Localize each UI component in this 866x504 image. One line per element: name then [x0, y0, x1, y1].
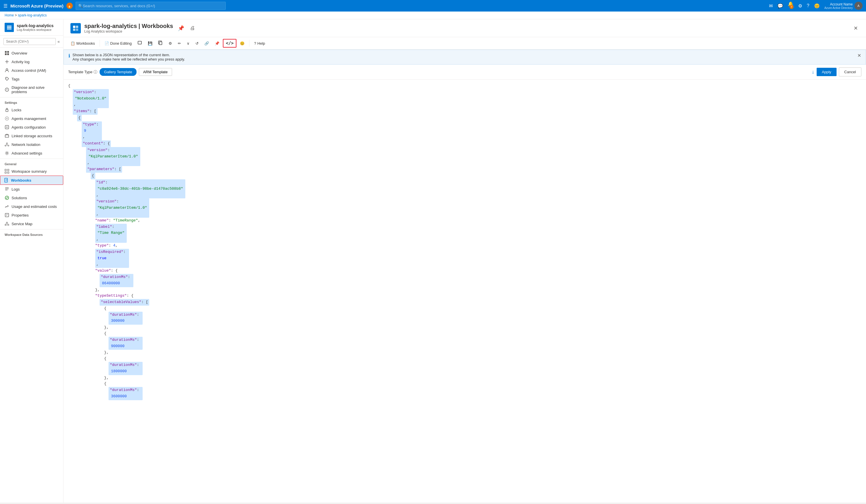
sidebar-item-linked-storage[interactable]: Linked storage accounts — [0, 131, 63, 140]
feedback-icon[interactable]: 💬 — [777, 3, 783, 9]
toolbar-emoji-button[interactable]: 😊 — [237, 40, 247, 47]
sidebar-search-input[interactable] — [3, 38, 56, 45]
json-value: "Notebook/1.0" — [74, 95, 108, 102]
sidebar-search-container: « — [0, 36, 63, 48]
json-code-line: "type": 4, — [68, 243, 862, 249]
cancel-button[interactable]: Cancel — [839, 68, 862, 77]
emoji-icon[interactable]: 😊 — [814, 3, 820, 9]
toolbar-share-button[interactable]: 🔗 — [202, 40, 211, 47]
global-search[interactable]: 🔍 — [76, 2, 226, 10]
toolbar-refresh-button[interactable]: ↺ — [193, 40, 201, 47]
sidebar-item-network-isolation[interactable]: Network Isolation — [0, 140, 63, 149]
sidebar-item-workspace-summary[interactable]: Workspace summary — [0, 167, 63, 175]
json-line-selected: "durationMs": 900000 — [109, 337, 142, 350]
gallery-template-tab[interactable]: Gallery Template — [100, 68, 136, 76]
print-button[interactable]: 🖨 — [189, 24, 196, 32]
apply-button[interactable]: Apply — [817, 68, 836, 76]
pin-button[interactable]: 📌 — [177, 24, 185, 33]
toolbar-save-button[interactable]: 💾 — [145, 40, 155, 47]
user-menu[interactable]: Account Name Azure Active Directory A — [824, 2, 863, 10]
json-controls-left: Template Type ⓘ Gallery Template ARM Tem… — [68, 68, 172, 76]
overview-icon — [4, 51, 9, 55]
sidebar-item-agents-management[interactable]: Agents management — [0, 114, 63, 123]
sidebar-header: spark-log-analytics Log Analytics worksp… — [0, 19, 63, 36]
json-suffix: , — [87, 161, 89, 165]
breadcrumb-resource[interactable]: spark-log-analytics — [18, 13, 47, 17]
help-icon[interactable]: ? — [807, 3, 809, 8]
sidebar-item-solutions[interactable]: Solutions — [0, 194, 63, 202]
json-code-line: }, — [68, 287, 862, 293]
json-punct: { — [104, 356, 107, 362]
code-editor-button[interactable]: </> — [223, 39, 236, 48]
svg-point-12 — [6, 118, 8, 119]
json-code-line: "type": 9, — [68, 122, 862, 140]
sidebar-item-tags[interactable]: Tags — [0, 75, 63, 83]
search-input[interactable] — [83, 4, 223, 8]
sidebar-item-logs[interactable]: Logs — [0, 185, 63, 194]
json-key: "parameters" — [87, 167, 114, 171]
template-type-help-icon[interactable]: ⓘ — [93, 69, 97, 75]
sidebar-item-usage-costs[interactable]: Usage and estimated costs — [0, 202, 63, 211]
sidebar-item-activity-log[interactable]: Activity log — [0, 57, 63, 66]
template-type-label: Template Type ⓘ — [68, 69, 97, 75]
arm-template-tab[interactable]: ARM Template — [139, 68, 172, 76]
json-key: "content" — [83, 141, 103, 146]
help-button[interactable]: ? Help — [252, 40, 267, 47]
sidebar-item-properties[interactable]: Properties — [0, 211, 63, 219]
sidebar-item-advanced-settings[interactable]: Advanced settings — [0, 149, 63, 158]
toolbar-settings-button[interactable]: ⚙ — [166, 40, 174, 47]
json-colon: : — [94, 90, 99, 94]
svg-point-16 — [8, 145, 9, 146]
json-key: "typeSettings" — [95, 293, 127, 299]
sidebar-item-locks[interactable]: Locks — [0, 105, 63, 114]
toolbar-dropdown-button[interactable]: ∨ — [185, 40, 192, 47]
info-close-button[interactable]: ✕ — [857, 53, 861, 58]
json-line-selected: "isRequired": true, — [95, 249, 129, 268]
done-editing-button[interactable]: 📄 Done Editing — [102, 40, 134, 47]
hamburger-menu[interactable]: ☰ — [3, 3, 8, 9]
json-code-line: "version": "KqlParameterItem/1.0", — [68, 198, 862, 217]
json-key: "value" — [95, 268, 111, 274]
json-key: "durationMs" — [110, 363, 137, 367]
json-key: "durationMs" — [101, 275, 128, 279]
toolbar-copy-button[interactable] — [156, 39, 165, 48]
user-avatar: A — [854, 2, 863, 10]
sidebar-item-agents-configuration[interactable]: Agents configuration — [0, 123, 63, 131]
json-line-selected: "content": { — [82, 140, 111, 147]
toolbar-upload-button[interactable] — [135, 39, 144, 48]
sidebar-item-service-map[interactable]: Service Map — [0, 219, 63, 228]
json-code-line: { — [68, 83, 862, 89]
logs-icon — [4, 187, 9, 192]
toolbar-pin-button[interactable]: 📌 — [212, 40, 222, 47]
json-code-line: { — [68, 173, 862, 179]
json-code-line: "version": "KqlParameterItem/1.0", — [68, 147, 862, 166]
breadcrumb-home[interactable]: Home — [4, 13, 14, 17]
toolbar-edit-button[interactable]: ✏ — [176, 40, 183, 47]
main-layout: spark-log-analytics Log Analytics worksp… — [0, 19, 866, 503]
sidebar-item-iam[interactable]: Access control (IAM) — [0, 66, 63, 75]
svg-rect-19 — [8, 169, 9, 171]
notifications-icon[interactable]: 🔔 7 — [788, 1, 793, 11]
sidebar-item-label: Overview — [12, 51, 27, 55]
json-line-selected: "durationMs": 3600000 — [109, 387, 142, 400]
sidebar-item-diagnose[interactable]: Diagnose and solve problems — [0, 83, 63, 96]
network-icon — [4, 142, 9, 147]
sidebar-item-overview[interactable]: Overview — [0, 49, 63, 57]
settings-icon[interactable]: ⚙ — [798, 3, 802, 9]
sidebar-resource-name: spark-log-analytics — [17, 23, 54, 28]
svg-rect-10 — [6, 110, 8, 112]
toolbar-workbooks-button[interactable]: 📋 Workbooks — [68, 40, 97, 47]
download-icon[interactable]: ↓ — [812, 69, 814, 75]
svg-rect-20 — [5, 172, 6, 173]
json-code-line: "content": { — [68, 140, 862, 147]
app-title: Microsoft Azure (Preview) — [10, 3, 64, 8]
sidebar-item-workbooks[interactable]: Workbooks — [0, 175, 63, 185]
json-colon: : — [109, 243, 113, 249]
json-code-area[interactable]: { "version": "Notebook/1.0", "items": [ … — [64, 80, 866, 503]
sidebar-collapse-button[interactable]: « — [57, 39, 60, 44]
sidebar-item-label: Access control (IAM) — [12, 68, 46, 73]
email-icon[interactable]: ✉ — [769, 3, 773, 9]
close-button[interactable]: ✕ — [853, 24, 859, 33]
json-line-selected: "label": "Time Range", — [95, 224, 127, 243]
json-colon: : — [128, 275, 133, 279]
